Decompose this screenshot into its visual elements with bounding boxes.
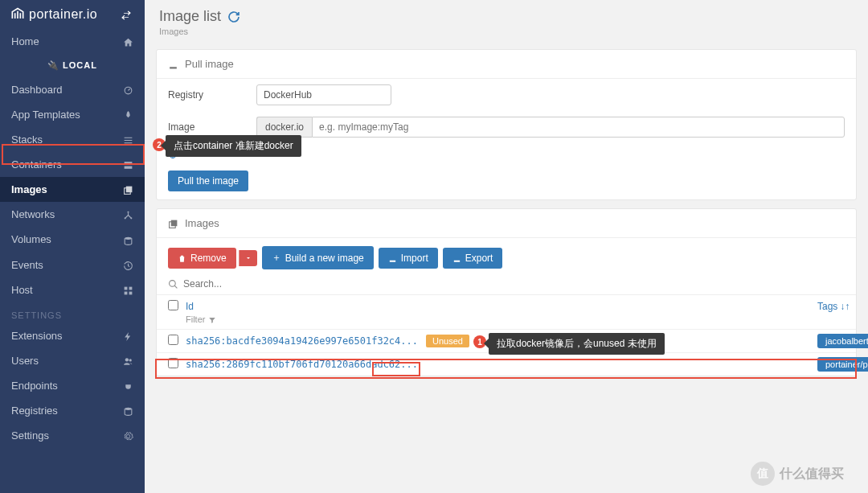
main: Image list Images Pull image Registry Im… <box>145 0 868 493</box>
grid-icon <box>123 284 133 296</box>
svg-rect-3 <box>126 187 133 193</box>
sidebar-local-label: LOCAL <box>0 54 145 77</box>
refresh-icon[interactable] <box>227 8 240 25</box>
filter-label[interactable]: Filter <box>186 314 205 324</box>
registry-label: Registry <box>168 89 256 101</box>
build-image-button[interactable]: ＋Build a new image <box>262 246 374 269</box>
trash-icon <box>178 253 186 264</box>
svg-rect-9 <box>125 286 128 290</box>
registry-input[interactable] <box>256 84 391 105</box>
watermark-icon: 值 <box>751 462 775 486</box>
image-tag: jacobalberty/unifi:latest <box>817 334 868 348</box>
sidebar-item-app-templates[interactable]: App Templates <box>0 102 145 127</box>
svg-rect-2 <box>125 166 133 169</box>
plus-icon: ＋ <box>272 251 281 265</box>
sidebar-item-extensions[interactable]: Extensions <box>0 323 145 348</box>
svg-point-14 <box>129 359 132 361</box>
download-icon <box>452 253 461 264</box>
sidebar-item-users[interactable]: Users <box>0 348 145 373</box>
sidebar-item-settings[interactable]: Settings <box>0 423 145 448</box>
rocket-icon <box>123 109 133 121</box>
sidebar-item-endpoints[interactable]: Endpoints <box>0 373 145 398</box>
svg-rect-12 <box>129 291 133 294</box>
list-icon <box>123 134 133 146</box>
clone-icon <box>168 217 178 229</box>
pull-image-button[interactable]: Pull the image <box>168 170 248 191</box>
image-hash-link[interactable]: sha256:2869fc110bf706fd70120a66dadc62... <box>186 359 418 370</box>
export-button[interactable]: Export <box>443 248 503 269</box>
image-hash-link[interactable]: sha256:bacdfe3094a19426e997e6501f32c4... <box>186 335 418 347</box>
users-icon <box>123 355 133 367</box>
svg-point-13 <box>125 358 129 361</box>
svg-point-8 <box>125 236 132 239</box>
remove-caret-button[interactable] <box>239 250 257 266</box>
svg-point-15 <box>125 408 132 410</box>
sidebar-item-events[interactable]: Events <box>0 253 145 277</box>
svg-point-5 <box>127 212 129 213</box>
image-input[interactable] <box>312 117 845 138</box>
pull-image-header: Pull image <box>157 50 856 79</box>
plug-icon <box>123 380 133 392</box>
sort-icon: ↓↑ <box>840 301 850 312</box>
sidebar-item-stacks[interactable]: Stacks <box>0 127 145 152</box>
clone-icon <box>123 183 133 195</box>
svg-rect-11 <box>125 291 128 294</box>
brand-text: portainer.io <box>29 7 97 22</box>
import-button[interactable]: Import <box>379 248 438 269</box>
upload-icon <box>388 253 397 264</box>
unused-badge: Unused <box>426 335 469 347</box>
server-icon <box>123 158 133 170</box>
search-icon <box>168 277 178 290</box>
table-row: sha256:2869fc110bf706fd70120a66dadc62...… <box>157 352 856 376</box>
filter-icon[interactable] <box>208 314 216 324</box>
page-header: Image list Images <box>145 0 868 41</box>
select-all-checkbox[interactable] <box>168 300 178 310</box>
brand-icon <box>10 6 29 23</box>
sidebar-item-home[interactable]: Home <box>0 29 145 54</box>
swap-icon[interactable] <box>121 8 135 21</box>
column-tags[interactable]: Tags↓↑ <box>817 301 868 312</box>
sidebar-item-images[interactable]: Images <box>0 177 145 202</box>
sidebar-item-host[interactable]: Host <box>0 277 145 302</box>
watermark: 值 什么值得买 <box>751 459 863 488</box>
database-icon <box>123 233 133 245</box>
download-icon <box>168 58 178 70</box>
image-label: Image <box>168 121 256 133</box>
history-icon <box>123 259 133 271</box>
sidebar-item-registries[interactable]: Registries <box>0 398 145 423</box>
home-icon <box>123 35 133 47</box>
sidebar-settings-header: SETTINGS <box>0 302 145 323</box>
row-checkbox[interactable] <box>168 358 178 368</box>
brand-row: portainer.io <box>0 0 145 29</box>
database-icon <box>123 405 133 417</box>
breadcrumb: Images <box>159 27 854 36</box>
svg-rect-10 <box>129 286 133 290</box>
row-checkbox[interactable] <box>168 335 178 345</box>
svg-point-19 <box>170 281 176 287</box>
pull-image-panel: Pull image Registry Image docker.io Adva… <box>156 49 857 200</box>
dashboard-icon <box>123 84 133 96</box>
sidebar-item-networks[interactable]: Networks <box>0 202 145 227</box>
annotation-tooltip-2: 点击container 准新建docker <box>166 135 301 157</box>
bolt-icon <box>123 330 133 342</box>
sidebar-item-dashboard[interactable]: Dashboard <box>0 77 145 102</box>
svg-rect-17 <box>171 220 178 227</box>
annotation-tooltip-1: 拉取docker镜像后，会unused 未使用 <box>489 333 665 355</box>
sidebar: portainer.io Home LOCAL Dashboard App Te… <box>0 0 145 493</box>
gear-icon <box>123 429 133 442</box>
images-header: Images <box>157 209 856 238</box>
image-tag: portainer/portainer:latest <box>817 357 868 372</box>
column-id[interactable]: Id <box>186 301 652 312</box>
svg-rect-1 <box>125 162 133 164</box>
remove-button[interactable]: Remove <box>168 248 236 269</box>
search-input[interactable] <box>183 278 845 290</box>
sidebar-item-containers[interactable]: Containers <box>0 152 145 177</box>
page-title: Image list <box>159 8 240 25</box>
sidebar-item-volumes[interactable]: Volumes <box>0 227 145 252</box>
sitemap-icon <box>123 208 133 220</box>
